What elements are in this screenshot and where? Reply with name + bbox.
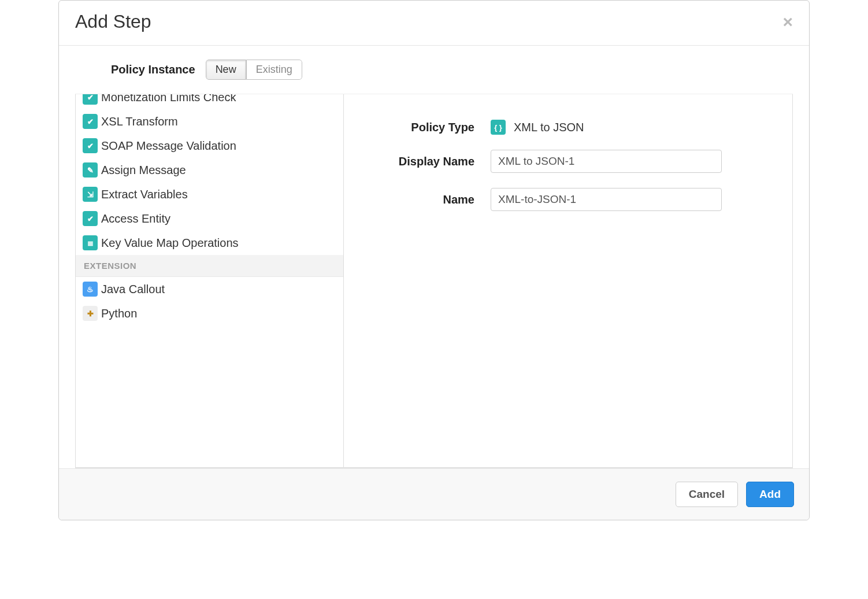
- extract-icon: ⇲: [83, 187, 98, 202]
- policy-item[interactable]: ✔XSL Transform: [76, 109, 343, 134]
- close-icon[interactable]: ×: [782, 13, 793, 31]
- policy-item[interactable]: ♨Java Callout: [76, 277, 343, 301]
- policy-type-label: Policy Type: [376, 121, 474, 134]
- add-step-modal: Add Step × Policy Instance New Existing …: [58, 0, 810, 520]
- display-name-input[interactable]: [491, 150, 722, 173]
- map-icon: ≣: [83, 235, 98, 250]
- policy-instance-toggle: New Existing: [206, 60, 302, 80]
- policy-instance-bar: Policy Instance New Existing: [59, 46, 809, 94]
- policy-instance-new-button[interactable]: New: [206, 60, 246, 80]
- name-row: Name: [376, 188, 760, 211]
- policy-details-panel: Policy Type { } XML to JSON Display Name…: [344, 94, 793, 468]
- policy-instance-existing-button[interactable]: Existing: [246, 60, 302, 80]
- pencil-icon: ✎: [83, 162, 98, 178]
- name-input[interactable]: [491, 188, 722, 211]
- policy-item-label: Python: [101, 307, 137, 320]
- policy-list-sidebar[interactable]: MEDIATION</>JSON to XML{ }XML to JSON↗Ra…: [75, 94, 344, 468]
- policy-type-value: { } XML to JSON: [491, 120, 584, 135]
- add-button[interactable]: Add: [746, 482, 794, 507]
- check-icon: ✔: [83, 138, 98, 153]
- modal-footer: Cancel Add: [59, 468, 809, 520]
- cancel-button[interactable]: Cancel: [676, 482, 738, 507]
- policy-item-label: Key Value Map Operations: [101, 236, 239, 250]
- java-icon: ♨: [83, 282, 98, 297]
- policy-item[interactable]: ✔Monetization Limits Check: [76, 94, 343, 109]
- policy-item-label: Java Callout: [101, 283, 165, 296]
- modal-title: Add Step: [75, 11, 151, 32]
- display-name-row: Display Name: [376, 150, 760, 173]
- name-label: Name: [376, 193, 474, 206]
- policy-item-label: XSL Transform: [101, 115, 178, 128]
- check-icon: ✔: [83, 211, 98, 226]
- policy-instance-label: Policy Instance: [111, 63, 195, 76]
- policy-item[interactable]: ⇲Extract Variables: [76, 182, 343, 206]
- policy-item-label: Extract Variables: [101, 188, 188, 201]
- policy-item[interactable]: ✎Assign Message: [76, 158, 343, 182]
- sidebar-section-header: EXTENSION: [76, 255, 343, 277]
- modal-body: MEDIATION</>JSON to XML{ }XML to JSON↗Ra…: [75, 94, 793, 468]
- policy-item-label: Assign Message: [101, 164, 186, 177]
- check-icon: ✔: [83, 114, 98, 129]
- python-icon: ✚: [83, 306, 98, 321]
- braces-icon: { }: [491, 120, 506, 135]
- modal-header: Add Step ×: [59, 1, 809, 46]
- policy-item-label: Access Entity: [101, 212, 170, 225]
- policy-item[interactable]: ✔Access Entity: [76, 206, 343, 231]
- policy-item[interactable]: ✔SOAP Message Validation: [76, 134, 343, 158]
- display-name-label: Display Name: [376, 155, 474, 168]
- policy-item[interactable]: ≣Key Value Map Operations: [76, 231, 343, 255]
- check-icon: ✔: [83, 94, 98, 105]
- policy-item[interactable]: ✚Python: [76, 301, 343, 326]
- policy-item-label: Monetization Limits Check: [101, 94, 236, 104]
- policy-type-text: XML to JSON: [514, 121, 584, 134]
- policy-item-label: SOAP Message Validation: [101, 139, 236, 153]
- policy-type-row: Policy Type { } XML to JSON: [376, 120, 760, 135]
